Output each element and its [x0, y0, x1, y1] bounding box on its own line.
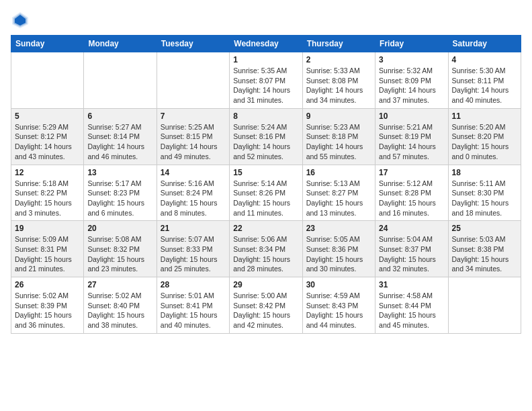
calendar-cell: 28Sunrise: 5:01 AM Sunset: 8:41 PM Dayli… [157, 277, 229, 334]
day-number: 23 [306, 224, 371, 233]
day-info: Sunrise: 5:01 AM Sunset: 8:41 PM Dayligh… [161, 291, 226, 330]
calendar-cell: 4Sunrise: 5:30 AM Sunset: 8:11 PM Daylig… [448, 52, 521, 109]
day-info: Sunrise: 5:12 AM Sunset: 8:28 PM Dayligh… [379, 179, 444, 218]
calendar-cell: 7Sunrise: 5:25 AM Sunset: 8:15 PM Daylig… [157, 108, 229, 165]
day-info: Sunrise: 5:25 AM Sunset: 8:15 PM Dayligh… [161, 122, 226, 162]
page-header [11, 11, 521, 30]
calendar-week-row: 12Sunrise: 5:18 AM Sunset: 8:22 PM Dayli… [11, 165, 521, 221]
day-number: 7 [161, 111, 226, 121]
day-number: 30 [306, 280, 371, 289]
calendar-week-row: 1Sunrise: 5:35 AM Sunset: 8:07 PM Daylig… [11, 52, 521, 109]
calendar-cell: 17Sunrise: 5:12 AM Sunset: 8:28 PM Dayli… [375, 165, 448, 221]
calendar-cell: 14Sunrise: 5:16 AM Sunset: 8:24 PM Dayli… [157, 165, 229, 221]
day-info: Sunrise: 5:33 AM Sunset: 8:08 PM Dayligh… [306, 66, 371, 105]
day-info: Sunrise: 5:16 AM Sunset: 8:24 PM Dayligh… [161, 179, 226, 218]
calendar-cell: 21Sunrise: 5:07 AM Sunset: 8:33 PM Dayli… [157, 221, 229, 277]
calendar-cell: 13Sunrise: 5:17 AM Sunset: 8:23 PM Dayli… [84, 165, 157, 221]
day-number: 8 [233, 111, 298, 121]
day-info: Sunrise: 5:35 AM Sunset: 8:07 PM Dayligh… [233, 66, 298, 105]
day-number: 25 [452, 224, 517, 233]
weekday-header: Saturday [448, 36, 521, 52]
day-number: 11 [452, 111, 517, 121]
calendar-cell: 8Sunrise: 5:24 AM Sunset: 8:16 PM Daylig… [230, 108, 302, 165]
day-number: 17 [379, 168, 444, 177]
calendar-cell [84, 52, 157, 109]
weekday-row: SundayMondayTuesdayWednesdayThursdayFrid… [11, 36, 521, 52]
day-number: 27 [87, 280, 152, 289]
calendar-cell: 9Sunrise: 5:23 AM Sunset: 8:18 PM Daylig… [302, 108, 375, 165]
calendar-cell: 31Sunrise: 4:58 AM Sunset: 8:44 PM Dayli… [375, 277, 448, 334]
calendar-cell: 2Sunrise: 5:33 AM Sunset: 8:08 PM Daylig… [302, 52, 375, 109]
day-number: 31 [379, 280, 444, 289]
day-number: 4 [452, 55, 517, 64]
day-info: Sunrise: 5:23 AM Sunset: 8:18 PM Dayligh… [306, 122, 371, 162]
day-info: Sunrise: 5:30 AM Sunset: 8:11 PM Dayligh… [452, 66, 517, 105]
calendar-cell: 30Sunrise: 4:59 AM Sunset: 8:43 PM Dayli… [302, 277, 375, 334]
day-info: Sunrise: 5:03 AM Sunset: 8:38 PM Dayligh… [452, 234, 517, 274]
calendar-week-row: 26Sunrise: 5:02 AM Sunset: 8:39 PM Dayli… [11, 277, 521, 334]
day-number: 28 [161, 280, 226, 289]
calendar-cell: 5Sunrise: 5:29 AM Sunset: 8:12 PM Daylig… [11, 108, 84, 165]
logo-icon [11, 11, 30, 30]
calendar-week-row: 5Sunrise: 5:29 AM Sunset: 8:12 PM Daylig… [11, 108, 521, 165]
calendar-cell: 24Sunrise: 5:04 AM Sunset: 8:37 PM Dayli… [375, 221, 448, 277]
calendar-cell: 26Sunrise: 5:02 AM Sunset: 8:39 PM Dayli… [11, 277, 84, 334]
calendar-cell: 10Sunrise: 5:21 AM Sunset: 8:19 PM Dayli… [375, 108, 448, 165]
day-number: 24 [379, 224, 444, 233]
calendar-cell: 23Sunrise: 5:05 AM Sunset: 8:36 PM Dayli… [302, 221, 375, 277]
day-number: 13 [87, 168, 152, 177]
calendar-header: SundayMondayTuesdayWednesdayThursdayFrid… [11, 36, 521, 52]
weekday-header: Wednesday [230, 36, 302, 52]
calendar-cell [11, 52, 84, 109]
calendar-body: 1Sunrise: 5:35 AM Sunset: 8:07 PM Daylig… [11, 52, 521, 334]
day-info: Sunrise: 5:17 AM Sunset: 8:23 PM Dayligh… [87, 179, 152, 218]
weekday-header: Thursday [302, 36, 375, 52]
calendar-cell: 6Sunrise: 5:27 AM Sunset: 8:14 PM Daylig… [84, 108, 157, 165]
day-info: Sunrise: 5:18 AM Sunset: 8:22 PM Dayligh… [15, 179, 80, 218]
day-number: 29 [233, 280, 298, 289]
weekday-header: Monday [84, 36, 157, 52]
calendar-cell [448, 277, 521, 334]
day-number: 20 [87, 224, 152, 233]
day-info: Sunrise: 5:13 AM Sunset: 8:27 PM Dayligh… [306, 179, 371, 218]
day-number: 18 [452, 168, 517, 177]
calendar-cell: 19Sunrise: 5:09 AM Sunset: 8:31 PM Dayli… [11, 221, 84, 277]
day-number: 1 [233, 55, 298, 64]
day-info: Sunrise: 5:24 AM Sunset: 8:16 PM Dayligh… [233, 122, 298, 162]
day-info: Sunrise: 4:59 AM Sunset: 8:43 PM Dayligh… [306, 291, 371, 330]
day-info: Sunrise: 5:27 AM Sunset: 8:14 PM Dayligh… [87, 122, 152, 162]
calendar-cell: 11Sunrise: 5:20 AM Sunset: 8:20 PM Dayli… [448, 108, 521, 165]
day-info: Sunrise: 5:06 AM Sunset: 8:34 PM Dayligh… [233, 234, 298, 274]
day-info: Sunrise: 5:21 AM Sunset: 8:19 PM Dayligh… [379, 122, 444, 162]
day-info: Sunrise: 5:14 AM Sunset: 8:26 PM Dayligh… [233, 179, 298, 218]
day-number: 19 [15, 224, 80, 233]
day-info: Sunrise: 4:58 AM Sunset: 8:44 PM Dayligh… [379, 291, 444, 330]
calendar-week-row: 19Sunrise: 5:09 AM Sunset: 8:31 PM Dayli… [11, 221, 521, 277]
day-number: 3 [379, 55, 444, 64]
calendar-cell: 20Sunrise: 5:08 AM Sunset: 8:32 PM Dayli… [84, 221, 157, 277]
day-number: 5 [15, 111, 80, 121]
day-number: 9 [306, 111, 371, 121]
day-info: Sunrise: 5:11 AM Sunset: 8:30 PM Dayligh… [452, 179, 517, 218]
calendar-cell: 1Sunrise: 5:35 AM Sunset: 8:07 PM Daylig… [230, 52, 302, 109]
calendar-cell: 25Sunrise: 5:03 AM Sunset: 8:38 PM Dayli… [448, 221, 521, 277]
day-info: Sunrise: 5:09 AM Sunset: 8:31 PM Dayligh… [15, 234, 80, 274]
day-info: Sunrise: 5:20 AM Sunset: 8:20 PM Dayligh… [452, 122, 517, 162]
calendar-cell: 18Sunrise: 5:11 AM Sunset: 8:30 PM Dayli… [448, 165, 521, 221]
day-info: Sunrise: 5:02 AM Sunset: 8:39 PM Dayligh… [15, 291, 80, 330]
day-info: Sunrise: 5:07 AM Sunset: 8:33 PM Dayligh… [161, 234, 226, 274]
weekday-header: Sunday [11, 36, 84, 52]
day-number: 26 [15, 280, 80, 289]
day-info: Sunrise: 5:02 AM Sunset: 8:40 PM Dayligh… [87, 291, 152, 330]
calendar-cell: 22Sunrise: 5:06 AM Sunset: 8:34 PM Dayli… [230, 221, 302, 277]
logo [11, 11, 34, 30]
weekday-header: Friday [375, 36, 448, 52]
calendar-cell: 3Sunrise: 5:32 AM Sunset: 8:09 PM Daylig… [375, 52, 448, 109]
day-number: 6 [87, 111, 152, 121]
calendar-cell: 12Sunrise: 5:18 AM Sunset: 8:22 PM Dayli… [11, 165, 84, 221]
calendar-cell [157, 52, 229, 109]
day-number: 16 [306, 168, 371, 177]
day-number: 21 [161, 224, 226, 233]
calendar-cell: 29Sunrise: 5:00 AM Sunset: 8:42 PM Dayli… [230, 277, 302, 334]
day-info: Sunrise: 5:32 AM Sunset: 8:09 PM Dayligh… [379, 66, 444, 105]
